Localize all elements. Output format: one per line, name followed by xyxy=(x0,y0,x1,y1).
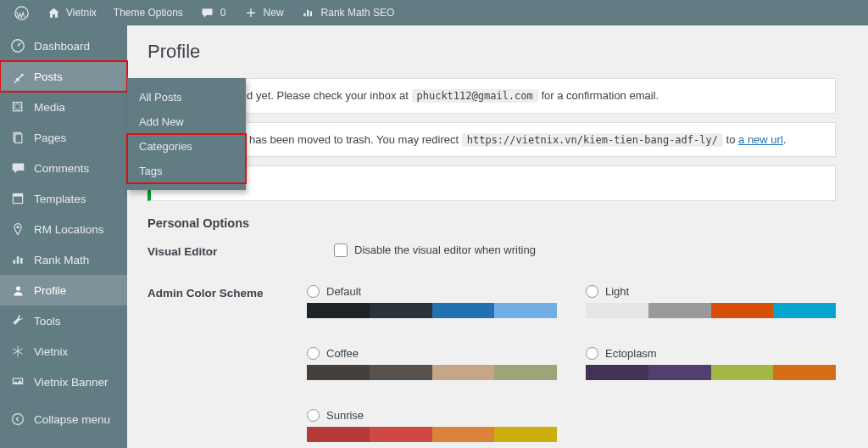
submenu-item-all-posts[interactable]: All Posts xyxy=(127,85,246,109)
scheme-ectoplasm: Ectoplasm xyxy=(586,347,836,380)
sidebar-item-collapse[interactable]: Collapse menu xyxy=(0,404,127,434)
scheme-default: Default xyxy=(307,285,557,318)
swatches-ectoplasm xyxy=(586,365,836,380)
sidebar-item-media[interactable]: Media xyxy=(0,92,127,122)
sidebar-item-label: Comments xyxy=(34,162,89,175)
wordpress-icon xyxy=(14,5,29,20)
sidebar-item-label: Media xyxy=(34,101,65,114)
email-code: phuckt112@gmail.com xyxy=(412,89,538,103)
sidebar-item-label: Vietnix xyxy=(34,345,68,358)
radio-icon xyxy=(586,285,598,298)
svg-rect-5 xyxy=(15,134,22,143)
svg-point-8 xyxy=(16,226,19,228)
submenu-item-categories[interactable]: Categories xyxy=(127,134,246,159)
comments-link[interactable]: 0 xyxy=(193,0,233,25)
swatches-default xyxy=(307,303,557,318)
label-visual-editor: Visual Editor xyxy=(147,244,334,258)
sidebar-item-posts[interactable]: Posts xyxy=(0,61,127,92)
sidebar-item-label: Dashboard xyxy=(34,40,90,53)
sidebar-item-label: RM Locations xyxy=(34,223,104,236)
site-home-link[interactable]: Vietnix xyxy=(39,0,103,25)
notice-updated: Profile updated. xyxy=(147,165,836,201)
row-color-scheme: Admin Color Scheme Default Light Coffee xyxy=(147,285,836,442)
section-personal-options: Personal Options xyxy=(147,216,836,230)
scheme-sunrise: Sunrise xyxy=(307,409,557,442)
location-icon xyxy=(10,221,25,237)
svg-point-9 xyxy=(15,286,19,290)
site-name: Vietnix xyxy=(66,7,97,19)
banner-icon xyxy=(10,374,25,389)
home-icon xyxy=(46,5,61,20)
sidebar-item-profile[interactable]: Profile xyxy=(0,275,127,305)
admin-sidebar: Dashboard Posts Media Pages Comments Tem… xyxy=(0,25,127,448)
sidebar-item-pages[interactable]: Pages xyxy=(0,122,127,153)
checkbox-icon xyxy=(334,244,348,257)
radio-icon xyxy=(586,347,598,360)
radio-sunrise[interactable]: Sunrise xyxy=(307,409,557,422)
sidebar-item-dashboard[interactable]: Dashboard xyxy=(0,31,127,61)
sidebar-item-rank-math[interactable]: Rank Math xyxy=(0,244,127,275)
dashboard-icon xyxy=(10,38,25,53)
row-visual-editor: Visual Editor Disable the visual editor … xyxy=(147,244,836,258)
profile-icon xyxy=(10,283,25,298)
sidebar-item-label: Vietnix Banner xyxy=(34,376,108,389)
notice-redirect: sly published post has been moved to tra… xyxy=(147,122,836,158)
plus-icon xyxy=(243,5,259,20)
media-icon xyxy=(10,99,25,115)
rank-math-topbar[interactable]: Rank Math SEO xyxy=(294,0,402,25)
posts-submenu: All Posts Add New Categories Tags xyxy=(127,78,246,190)
admin-topbar: Vietnix Theme Options 0 New Rank Math SE… xyxy=(0,0,868,25)
sidebar-item-label: Profile xyxy=(34,284,66,297)
sidebar-item-vietnix-banner[interactable]: Vietnix Banner xyxy=(0,367,127,397)
sidebar-item-rm-locations[interactable]: RM Locations xyxy=(0,214,127,244)
pin-icon xyxy=(10,69,25,84)
chart-icon xyxy=(301,5,316,20)
sidebar-item-label: Collapse menu xyxy=(34,413,110,426)
comments-icon xyxy=(10,160,25,176)
new-content-link[interactable]: New xyxy=(236,0,291,25)
scheme-light: Light xyxy=(586,285,836,318)
wp-logo[interactable] xyxy=(7,0,36,25)
radio-icon xyxy=(307,285,320,298)
snowflake-icon xyxy=(10,344,25,359)
svg-point-3 xyxy=(14,104,20,109)
radio-ectoplasm[interactable]: Ectoplasm xyxy=(586,347,836,360)
swatches-coffee xyxy=(307,365,557,380)
notice-email: s not been updated yet. Please check you… xyxy=(147,78,836,114)
sidebar-item-comments[interactable]: Comments xyxy=(0,153,127,183)
label-color-scheme: Admin Color Scheme xyxy=(147,285,307,300)
scheme-coffee: Coffee xyxy=(307,347,557,380)
rank-math-icon xyxy=(10,252,25,267)
sidebar-item-templates[interactable]: Templates xyxy=(0,183,127,214)
sidebar-item-label: Tools xyxy=(34,315,61,328)
radio-default[interactable]: Default xyxy=(307,285,557,298)
swatches-light xyxy=(586,303,836,318)
radio-icon xyxy=(307,409,320,422)
new-url-link[interactable]: a new url xyxy=(738,133,783,146)
submenu-item-add-new[interactable]: Add New xyxy=(127,109,246,134)
svg-point-11 xyxy=(13,414,24,425)
comment-icon xyxy=(200,5,215,20)
theme-options-link[interactable]: Theme Options xyxy=(107,0,190,25)
sidebar-item-vietnix[interactable]: Vietnix xyxy=(0,336,127,367)
radio-icon xyxy=(307,347,320,360)
sidebar-item-label: Rank Math xyxy=(34,254,89,266)
sidebar-item-label: Posts xyxy=(34,70,63,83)
swatches-sunrise xyxy=(307,427,557,442)
radio-coffee[interactable]: Coffee xyxy=(307,347,557,360)
submenu-item-tags[interactable]: Tags xyxy=(127,159,246,183)
pages-icon xyxy=(10,130,25,145)
templates-icon xyxy=(10,191,25,206)
sidebar-item-label: Templates xyxy=(34,193,86,205)
sidebar-item-label: Pages xyxy=(34,132,66,144)
collapse-icon xyxy=(10,412,25,427)
redirect-url-code: https://vietnix.vn/kiem-tien-bang-adf-ly… xyxy=(462,133,723,147)
sidebar-item-tools[interactable]: Tools xyxy=(0,305,127,336)
checkbox-visual-editor[interactable]: Disable the visual editor when writing xyxy=(334,244,836,257)
radio-light[interactable]: Light xyxy=(586,285,836,298)
page-title: Profile xyxy=(147,41,836,63)
tools-icon xyxy=(10,313,25,328)
svg-rect-7 xyxy=(13,193,22,196)
